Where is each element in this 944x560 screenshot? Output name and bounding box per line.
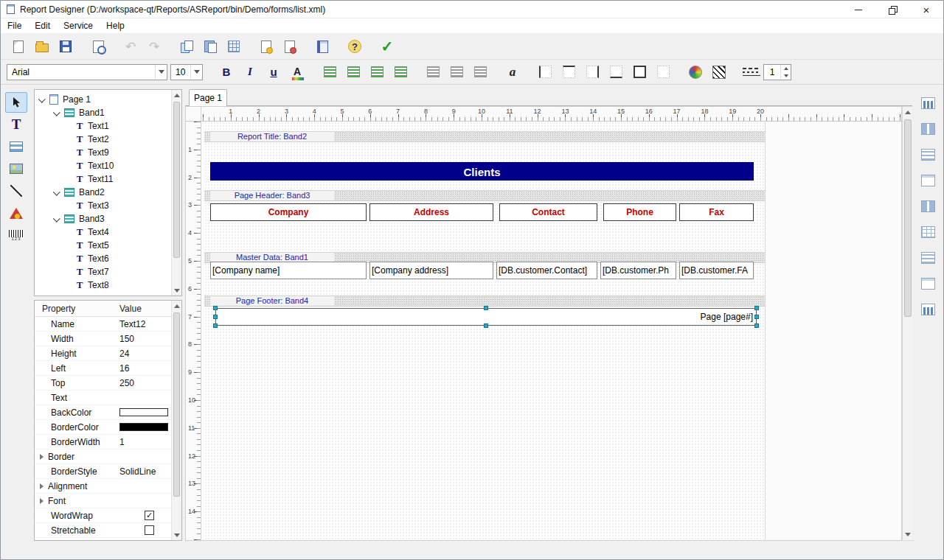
property-value[interactable]: 24 bbox=[116, 349, 171, 359]
header-cell[interactable]: Phone bbox=[603, 203, 676, 221]
select-tool-button[interactable] bbox=[5, 92, 27, 113]
selection-handle[interactable] bbox=[484, 323, 488, 328]
menu-service[interactable]: Service bbox=[57, 19, 100, 32]
tree-item-text[interactable]: Text3 bbox=[35, 199, 171, 212]
side-tool-button[interactable] bbox=[917, 92, 939, 114]
new-report-button[interactable] bbox=[8, 36, 29, 57]
side-tool-button[interactable] bbox=[917, 273, 939, 295]
property-row[interactable]: Width150 bbox=[35, 332, 171, 346]
stepper-up-button[interactable] bbox=[781, 65, 791, 72]
header-cell[interactable]: Company bbox=[210, 203, 367, 221]
chevron-right-icon[interactable] bbox=[40, 483, 44, 489]
redo-button[interactable]: ↷ bbox=[144, 36, 164, 57]
data-field-cell[interactable]: [Company address] bbox=[369, 262, 493, 279]
scroll-down-button[interactable] bbox=[172, 530, 181, 540]
restore-button[interactable] bbox=[875, 1, 909, 18]
data-field-cell[interactable]: [Company name] bbox=[210, 262, 367, 279]
side-tool-button[interactable] bbox=[917, 118, 939, 140]
scroll-thumb[interactable] bbox=[904, 119, 912, 317]
header-cell[interactable]: Address bbox=[369, 203, 493, 221]
property-row[interactable]: BorderColor bbox=[35, 420, 171, 435]
align-justify-button[interactable] bbox=[390, 62, 411, 83]
tree-item-text[interactable]: Text10 bbox=[35, 159, 171, 172]
chevron-down-icon[interactable] bbox=[53, 188, 60, 195]
side-tool-button[interactable] bbox=[917, 169, 939, 192]
bold-button[interactable]: B bbox=[216, 62, 237, 83]
data-field-cell[interactable]: [DB.customer.FA bbox=[679, 262, 754, 279]
scroll-down-button[interactable] bbox=[903, 529, 913, 540]
italic-button[interactable]: I bbox=[240, 62, 260, 83]
property-row[interactable]: Border bbox=[35, 449, 171, 464]
stretchable-checkbox[interactable] bbox=[145, 525, 154, 535]
data-field-cell[interactable]: [DB.customer.Ph bbox=[600, 262, 676, 279]
tree-item-text[interactable]: Text11 bbox=[35, 172, 171, 186]
font-family-select[interactable]: Arial bbox=[7, 64, 167, 80]
border-left-button[interactable] bbox=[535, 62, 555, 83]
minimize-button[interactable] bbox=[841, 1, 875, 18]
property-row[interactable]: BorderWidth1 bbox=[35, 435, 171, 449]
tree-item-text[interactable]: Text1 bbox=[35, 119, 171, 133]
tree-item-text[interactable]: Text9 bbox=[35, 146, 171, 159]
image-tool-button[interactable] bbox=[5, 158, 27, 179]
selection-handle[interactable] bbox=[754, 306, 759, 310]
valign-top-button[interactable] bbox=[423, 62, 443, 83]
menu-file[interactable]: File bbox=[1, 19, 28, 32]
property-row[interactable]: NameText12 bbox=[35, 317, 171, 332]
property-value[interactable] bbox=[116, 408, 171, 416]
tree-item-text[interactable]: Text7 bbox=[35, 265, 171, 279]
check-report-button[interactable]: ✓ bbox=[377, 36, 398, 57]
delete-page-button[interactable] bbox=[280, 36, 300, 57]
scroll-up-button[interactable] bbox=[903, 107, 913, 118]
line-tool-button[interactable] bbox=[5, 181, 27, 201]
line-width-stepper[interactable]: 1 bbox=[763, 64, 791, 80]
side-tool-button[interactable] bbox=[917, 247, 939, 269]
scroll-down-button[interactable] bbox=[172, 285, 181, 295]
text-properties-button[interactable]: a bbox=[502, 62, 523, 83]
band-tool-button[interactable] bbox=[5, 136, 27, 157]
band-report-title[interactable]: Report Title: Band2 bbox=[204, 131, 765, 142]
line-style-button[interactable] bbox=[741, 62, 762, 83]
tree-item-band[interactable]: Band1 bbox=[35, 106, 171, 119]
add-page-button[interactable] bbox=[256, 36, 277, 57]
side-tool-button[interactable] bbox=[917, 144, 939, 166]
scroll-thumb[interactable] bbox=[173, 102, 180, 258]
property-row[interactable]: Text bbox=[35, 391, 171, 405]
align-left-button[interactable] bbox=[319, 62, 340, 83]
property-row[interactable]: Font bbox=[35, 494, 171, 508]
grid-button[interactable] bbox=[223, 36, 244, 57]
property-row[interactable]: BackColor bbox=[35, 405, 171, 420]
selection-handle[interactable] bbox=[213, 315, 218, 319]
border-none-button[interactable] bbox=[653, 62, 673, 83]
copy-button[interactable] bbox=[176, 36, 197, 57]
save-button[interactable] bbox=[55, 36, 76, 57]
tab-page-1[interactable]: Page 1 bbox=[189, 89, 227, 106]
canvas-viewport[interactable]: Report Title: Band2 Clients Page Header:… bbox=[201, 122, 901, 540]
selection-handle[interactable] bbox=[754, 323, 759, 328]
shape-tool-button[interactable] bbox=[5, 203, 27, 223]
property-row[interactable]: Stretchable bbox=[35, 523, 171, 538]
band-page-footer[interactable]: Page Footer: Band4 bbox=[204, 295, 765, 307]
tree-item-band[interactable]: Band3 bbox=[35, 212, 171, 225]
property-value[interactable]: 16 bbox=[116, 363, 171, 374]
border-bottom-button[interactable] bbox=[605, 62, 626, 83]
border-top-button[interactable] bbox=[558, 62, 579, 83]
data-field-cell[interactable]: [DB.customer.Contact] bbox=[496, 262, 597, 279]
align-center-button[interactable] bbox=[343, 62, 364, 83]
barcode-tool-button[interactable]: 123 bbox=[5, 225, 27, 245]
property-value[interactable]: 150 bbox=[116, 334, 171, 344]
valign-center-button[interactable] bbox=[446, 62, 467, 83]
band-page-header[interactable]: Page Header: Band3 bbox=[204, 190, 765, 201]
tree-item-text[interactable]: Text2 bbox=[35, 133, 171, 146]
property-row[interactable]: Top250 bbox=[35, 376, 171, 391]
menu-help[interactable]: Help bbox=[100, 19, 131, 32]
titlebar[interactable]: Report Designer (D:/workspace-qt/Reports… bbox=[1, 1, 943, 18]
tree-item-band[interactable]: Band2 bbox=[35, 186, 171, 199]
tree-item-text[interactable]: Text5 bbox=[35, 239, 171, 252]
chevron-right-icon[interactable] bbox=[40, 454, 44, 460]
preview-button[interactable] bbox=[88, 36, 108, 57]
close-button[interactable]: × bbox=[909, 1, 943, 18]
chevron-down-icon[interactable] bbox=[38, 95, 46, 102]
scroll-up-button[interactable] bbox=[172, 90, 181, 100]
open-button[interactable] bbox=[32, 36, 52, 57]
fill-color-button[interactable] bbox=[685, 62, 706, 83]
